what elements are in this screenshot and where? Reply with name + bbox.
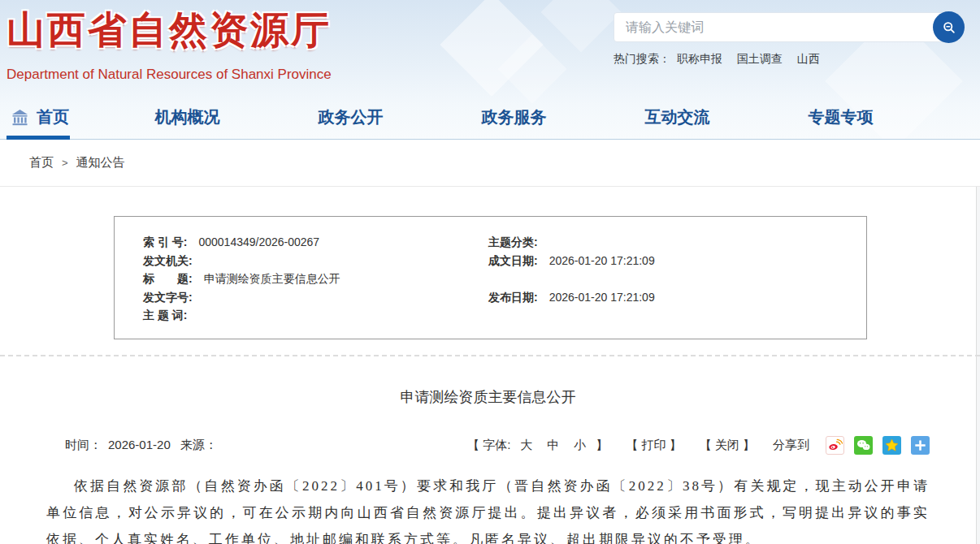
font-size-open: 【 字体: xyxy=(467,438,510,453)
main-nav: 首页 机构概况 政务公开 政务服务 互动交流 专题专项 xyxy=(0,96,980,140)
hot-search-row: 热门搜索： 职称申报 国土调查 山西 xyxy=(614,52,965,67)
nav-item-gov-service[interactable]: 政务服务 xyxy=(432,96,596,140)
qzone-share-button[interactable] xyxy=(882,436,901,455)
article-meta-left: 时间：2026-01-20 来源： xyxy=(65,438,467,453)
article-title: 申请测绘资质主要信息公开 xyxy=(0,387,976,407)
breadcrumb-current-link[interactable]: 通知公告 xyxy=(76,155,125,171)
font-size-small-button[interactable]: 小 xyxy=(574,438,586,453)
info-written-date-value: 2026-01-20 17:21:09 xyxy=(549,254,655,267)
site-logo-subtitle: Department of Natural Resources of Shanx… xyxy=(7,67,332,83)
info-row-issuing-org: 发文机关: xyxy=(143,252,488,270)
font-size-medium-button[interactable]: 中 xyxy=(547,438,559,453)
header-decor-shape xyxy=(541,0,622,52)
hot-search-term-1[interactable]: 职称申报 xyxy=(677,52,722,65)
info-row-publish-date: 发布日期:2026-01-20 17:21:09 xyxy=(488,288,858,307)
article-time: 2026-01-20 xyxy=(108,438,171,451)
active-nav-underline xyxy=(7,136,70,140)
nav-item-org[interactable]: 机构概况 xyxy=(106,96,269,140)
weibo-share-button[interactable] xyxy=(826,436,844,455)
info-row-category: 主题分类: xyxy=(488,233,858,252)
share-to-label: 分享到 xyxy=(773,438,809,453)
close-button[interactable]: 【 关闭 】 xyxy=(700,438,755,453)
search-icon xyxy=(941,19,957,36)
nav-item-interaction[interactable]: 互动交流 xyxy=(596,96,759,140)
info-publish-date-value: 2026-01-20 17:21:09 xyxy=(549,291,655,304)
info-index-value: 000014349/2026-00267 xyxy=(198,235,319,248)
source-label: 来源： xyxy=(180,438,217,451)
dashed-divider xyxy=(0,355,980,356)
article-toolbar: 【 字体: 大 中 小 】 【 打印 】 【 关闭 】 分享到 xyxy=(467,436,930,455)
hot-search-term-2[interactable]: 国土调查 xyxy=(737,52,783,65)
hot-search-label: 热门搜索： xyxy=(614,52,670,65)
main-content: 索 引 号:000014349/2026-00267 主题分类: 发文机关: 成… xyxy=(0,187,977,544)
print-button[interactable]: 【 打印 】 xyxy=(626,438,681,453)
more-share-button[interactable] xyxy=(911,436,930,455)
nav-item-label: 首页 xyxy=(37,106,69,128)
qzone-star-icon xyxy=(884,438,900,453)
wechat-icon xyxy=(856,438,871,453)
breadcrumb: 首页 > 通知公告 xyxy=(0,140,980,187)
info-row-subject-words: 主 题 词: xyxy=(143,306,488,325)
breadcrumb-home-link[interactable]: 首页 xyxy=(29,155,54,171)
info-row-doc-number: 发文字号: xyxy=(143,288,488,307)
search-input[interactable] xyxy=(614,12,955,42)
nav-item-special[interactable]: 专题专项 xyxy=(759,96,922,140)
article-meta-row: 时间：2026-01-20 来源： 【 字体: 大 中 小 】 【 打印 】 【… xyxy=(65,436,930,455)
article-body-paragraph: 依据自然资源部（自然资办函〔2022〕401号）要求和我厅（晋自然资办函〔202… xyxy=(46,473,930,544)
info-row-title: 标 题:申请测绘资质主要信息公开 xyxy=(143,270,488,288)
info-row-index: 索 引 号:000014349/2026-00267 xyxy=(143,233,488,252)
font-size-close: 】 xyxy=(596,438,608,453)
weibo-icon xyxy=(827,438,843,453)
info-row-written-date: 成文日期:2026-01-20 17:21:09 xyxy=(488,252,858,270)
breadcrumb-separator: > xyxy=(62,157,68,169)
info-title-value: 申请测绘资质主要信息公开 xyxy=(204,272,340,285)
hot-search-term-3[interactable]: 山西 xyxy=(797,52,820,65)
time-label: 时间： xyxy=(65,438,102,451)
search-button[interactable] xyxy=(933,11,965,43)
site-header: 山西省自然资源厅 Department of Natural Resources… xyxy=(0,0,980,140)
search-area: 热门搜索： 职称申报 国土调查 山西 xyxy=(614,12,965,67)
document-info-box: 索 引 号:000014349/2026-00267 主题分类: 发文机关: 成… xyxy=(114,216,867,339)
nav-item-gov-open[interactable]: 政务公开 xyxy=(269,96,432,140)
home-building-icon xyxy=(10,108,30,127)
font-size-large-button[interactable]: 大 xyxy=(520,438,532,453)
site-logo-title: 山西省自然资源厅 xyxy=(7,5,332,56)
wechat-share-button[interactable] xyxy=(854,436,873,455)
share-more-plus-icon xyxy=(913,438,927,452)
nav-item-home[interactable]: 首页 xyxy=(0,96,106,140)
